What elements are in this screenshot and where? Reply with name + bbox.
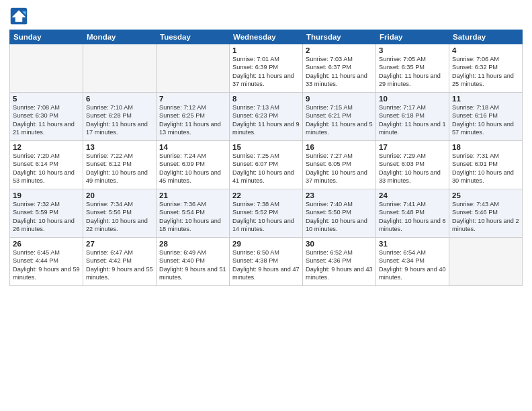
day-info: Sunrise: 7:31 AM Sunset: 6:01 PM Dayligh…	[452, 152, 519, 185]
day-cell: 15Sunrise: 7:25 AM Sunset: 6:07 PM Dayli…	[230, 141, 303, 189]
col-header-tuesday: Tuesday	[157, 30, 230, 44]
day-cell: 1Sunrise: 7:01 AM Sunset: 6:39 PM Daylig…	[230, 44, 303, 93]
day-info: Sunrise: 6:47 AM Sunset: 4:42 PM Dayligh…	[86, 248, 153, 282]
week-row-2: 5Sunrise: 7:08 AM Sunset: 6:30 PM Daylig…	[10, 93, 523, 141]
day-number: 30	[306, 240, 373, 248]
day-info: Sunrise: 7:32 AM Sunset: 5:59 PM Dayligh…	[13, 200, 80, 234]
day-cell: 5Sunrise: 7:08 AM Sunset: 6:30 PM Daylig…	[10, 93, 83, 141]
day-cell: 8Sunrise: 7:13 AM Sunset: 6:23 PM Daylig…	[230, 93, 303, 141]
day-number: 20	[86, 191, 153, 199]
day-cell: 6Sunrise: 7:10 AM Sunset: 6:28 PM Daylig…	[83, 93, 157, 141]
day-info: Sunrise: 7:12 AM Sunset: 6:25 PM Dayligh…	[159, 103, 226, 137]
day-number: 11	[452, 95, 519, 103]
day-cell: 13Sunrise: 7:22 AM Sunset: 6:12 PM Dayli…	[83, 141, 157, 189]
day-number: 17	[379, 143, 446, 151]
day-info: Sunrise: 7:25 AM Sunset: 6:07 PM Dayligh…	[232, 152, 300, 185]
day-info: Sunrise: 7:41 AM Sunset: 5:48 PM Dayligh…	[379, 200, 446, 234]
day-number: 31	[379, 240, 446, 248]
week-row-5: 26Sunrise: 6:45 AM Sunset: 4:44 PM Dayli…	[10, 238, 523, 286]
day-cell: 2Sunrise: 7:03 AM Sunset: 6:37 PM Daylig…	[303, 44, 376, 93]
day-info: Sunrise: 7:43 AM Sunset: 5:46 PM Dayligh…	[452, 200, 519, 234]
day-cell	[10, 44, 83, 93]
day-info: Sunrise: 7:06 AM Sunset: 6:32 PM Dayligh…	[452, 55, 519, 89]
day-info: Sunrise: 7:38 AM Sunset: 5:52 PM Dayligh…	[232, 200, 300, 234]
day-cell: 18Sunrise: 7:31 AM Sunset: 6:01 PM Dayli…	[449, 141, 523, 189]
header	[9, 7, 523, 26]
day-number: 8	[232, 95, 300, 103]
day-info: Sunrise: 6:49 AM Sunset: 4:40 PM Dayligh…	[159, 248, 226, 282]
day-cell: 10Sunrise: 7:17 AM Sunset: 6:18 PM Dayli…	[376, 93, 449, 141]
col-header-thursday: Thursday	[303, 30, 376, 44]
logo	[9, 7, 31, 26]
col-header-wednesday: Wednesday	[230, 30, 303, 44]
day-number: 1	[232, 46, 300, 54]
day-cell: 27Sunrise: 6:47 AM Sunset: 4:42 PM Dayli…	[83, 238, 157, 286]
logo-icon	[9, 7, 28, 26]
day-info: Sunrise: 7:08 AM Sunset: 6:30 PM Dayligh…	[13, 103, 80, 137]
day-cell	[449, 238, 523, 286]
day-number: 2	[306, 46, 373, 54]
day-info: Sunrise: 6:45 AM Sunset: 4:44 PM Dayligh…	[13, 248, 80, 282]
day-info: Sunrise: 6:52 AM Sunset: 4:36 PM Dayligh…	[306, 248, 373, 282]
day-info: Sunrise: 6:50 AM Sunset: 4:38 PM Dayligh…	[232, 248, 300, 282]
day-number: 21	[159, 191, 226, 199]
day-info: Sunrise: 7:34 AM Sunset: 5:56 PM Dayligh…	[86, 200, 153, 234]
day-info: Sunrise: 7:13 AM Sunset: 6:23 PM Dayligh…	[232, 103, 300, 137]
day-number: 28	[159, 240, 226, 248]
day-number: 24	[379, 191, 446, 199]
day-cell: 31Sunrise: 6:54 AM Sunset: 4:34 PM Dayli…	[376, 238, 449, 286]
day-number: 23	[306, 191, 373, 199]
day-info: Sunrise: 7:15 AM Sunset: 6:21 PM Dayligh…	[306, 103, 373, 137]
day-cell: 16Sunrise: 7:27 AM Sunset: 6:05 PM Dayli…	[303, 141, 376, 189]
day-cell: 20Sunrise: 7:34 AM Sunset: 5:56 PM Dayli…	[83, 189, 157, 238]
header-row: SundayMondayTuesdayWednesdayThursdayFrid…	[10, 30, 523, 44]
day-number: 19	[13, 191, 80, 199]
day-number: 26	[13, 240, 80, 248]
day-cell: 11Sunrise: 7:18 AM Sunset: 6:16 PM Dayli…	[449, 93, 523, 141]
day-number: 12	[13, 143, 80, 151]
day-number: 13	[86, 143, 153, 151]
day-info: Sunrise: 7:18 AM Sunset: 6:16 PM Dayligh…	[452, 103, 519, 137]
day-info: Sunrise: 7:20 AM Sunset: 6:14 PM Dayligh…	[13, 152, 80, 185]
day-number: 29	[232, 240, 300, 248]
day-number: 5	[13, 95, 80, 103]
day-info: Sunrise: 7:10 AM Sunset: 6:28 PM Dayligh…	[86, 103, 153, 137]
page: SundayMondayTuesdayWednesdayThursdayFrid…	[0, 0, 532, 411]
day-cell: 17Sunrise: 7:29 AM Sunset: 6:03 PM Dayli…	[376, 141, 449, 189]
day-cell: 30Sunrise: 6:52 AM Sunset: 4:36 PM Dayli…	[303, 238, 376, 286]
day-cell	[157, 44, 230, 93]
col-header-friday: Friday	[376, 30, 449, 44]
day-cell: 7Sunrise: 7:12 AM Sunset: 6:25 PM Daylig…	[157, 93, 230, 141]
calendar: SundayMondayTuesdayWednesdayThursdayFrid…	[9, 30, 523, 286]
day-number: 15	[232, 143, 300, 151]
day-cell: 4Sunrise: 7:06 AM Sunset: 6:32 PM Daylig…	[449, 44, 523, 93]
day-number: 10	[379, 95, 446, 103]
day-info: Sunrise: 7:29 AM Sunset: 6:03 PM Dayligh…	[379, 152, 446, 185]
day-number: 27	[86, 240, 153, 248]
day-info: Sunrise: 7:40 AM Sunset: 5:50 PM Dayligh…	[306, 200, 373, 234]
day-number: 25	[452, 191, 519, 199]
day-info: Sunrise: 7:05 AM Sunset: 6:35 PM Dayligh…	[379, 55, 446, 89]
day-info: Sunrise: 7:17 AM Sunset: 6:18 PM Dayligh…	[379, 103, 446, 137]
day-number: 18	[452, 143, 519, 151]
col-header-sunday: Sunday	[10, 30, 83, 44]
day-info: Sunrise: 6:54 AM Sunset: 4:34 PM Dayligh…	[379, 248, 446, 282]
day-cell: 19Sunrise: 7:32 AM Sunset: 5:59 PM Dayli…	[10, 189, 83, 238]
day-cell: 29Sunrise: 6:50 AM Sunset: 4:38 PM Dayli…	[230, 238, 303, 286]
week-row-1: 1Sunrise: 7:01 AM Sunset: 6:39 PM Daylig…	[10, 44, 523, 93]
day-cell: 21Sunrise: 7:36 AM Sunset: 5:54 PM Dayli…	[157, 189, 230, 238]
day-info: Sunrise: 7:01 AM Sunset: 6:39 PM Dayligh…	[232, 55, 300, 89]
day-cell	[83, 44, 157, 93]
day-cell: 26Sunrise: 6:45 AM Sunset: 4:44 PM Dayli…	[10, 238, 83, 286]
day-number: 14	[159, 143, 226, 151]
day-number: 22	[232, 191, 300, 199]
day-cell: 23Sunrise: 7:40 AM Sunset: 5:50 PM Dayli…	[303, 189, 376, 238]
day-cell: 3Sunrise: 7:05 AM Sunset: 6:35 PM Daylig…	[376, 44, 449, 93]
col-header-saturday: Saturday	[449, 30, 523, 44]
col-header-monday: Monday	[83, 30, 157, 44]
day-info: Sunrise: 7:36 AM Sunset: 5:54 PM Dayligh…	[159, 200, 226, 234]
day-cell: 28Sunrise: 6:49 AM Sunset: 4:40 PM Dayli…	[157, 238, 230, 286]
day-info: Sunrise: 7:27 AM Sunset: 6:05 PM Dayligh…	[306, 152, 373, 185]
day-cell: 12Sunrise: 7:20 AM Sunset: 6:14 PM Dayli…	[10, 141, 83, 189]
week-row-4: 19Sunrise: 7:32 AM Sunset: 5:59 PM Dayli…	[10, 189, 523, 238]
